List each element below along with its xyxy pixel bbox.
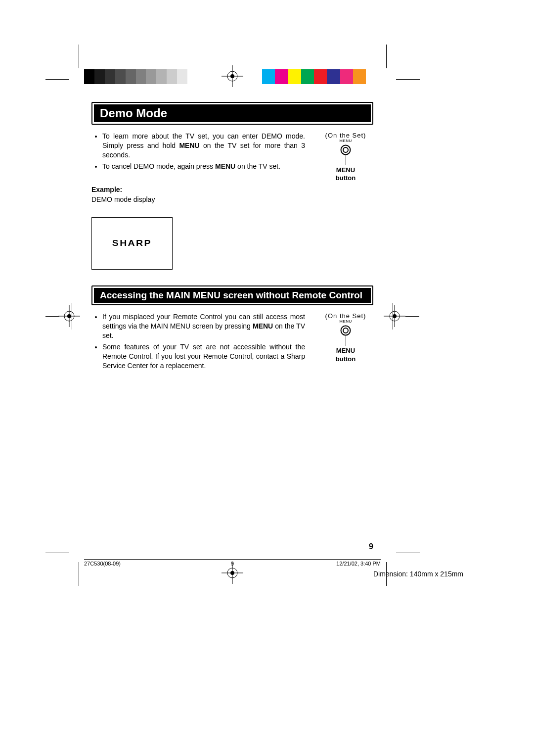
section-title: Accessing the MAIN MENU screen without R… [94,288,371,303]
bullet-item: Some features of your TV set are not acc… [102,342,305,371]
crop-mark [79,562,79,586]
registration-mark-icon [384,305,405,327]
menu-button-figure: (On the Set) MENU MENU button [318,312,373,377]
sharp-logo: SHARP [112,238,152,249]
swatch [288,69,301,84]
section-header-demo-mode: Demo Mode [91,102,373,125]
color-bar [262,69,366,84]
manual-page: Demo Mode To learn more about the TV set… [0,0,534,756]
caption-line: MENU [336,166,355,174]
menu-button-caption: MENU button [318,166,373,183]
registration-mark-icon [58,305,80,327]
swatch [126,69,136,84]
swatch [340,69,353,84]
on-the-set-label: (On the Set) [318,312,373,320]
section-body: To learn more about the TV set, you can … [91,132,373,270]
section-main-menu: Accessing the MAIN MENU screen without R… [91,285,373,377]
bullet-item: To learn more about the TV set, you can … [102,132,305,160]
example-label: Example: [91,185,305,194]
footer-timestamp: 12/21/02, 3:40 PM [336,561,381,567]
bullet-list: If you misplaced your Remote Control you… [91,312,305,370]
registration-mark-icon [222,65,243,87]
bullet-list: To learn more about the TV set, you can … [91,132,305,171]
swatch [314,69,327,84]
section-header-main-menu: Accessing the MAIN MENU screen without R… [91,285,373,305]
crop-mark [45,79,69,80]
swatch [156,69,167,84]
crop-mark [45,553,69,553]
caption-line: button [336,174,356,182]
bullet-item: If you misplaced your Remote Control you… [102,312,305,340]
swatch [167,69,177,84]
section-body: If you misplaced your Remote Control you… [91,312,373,377]
crop-mark [386,45,387,68]
swatch [177,69,187,84]
footer-page: 9 [231,561,234,567]
footer-metadata: 27C530(08-09) 9 12/21/02, 3:40 PM [84,559,381,567]
swatch [187,69,198,84]
swatch [301,69,314,84]
swatch [262,69,275,84]
swatch [353,69,366,84]
menu-button-icon [340,325,351,336]
page-number: 9 [369,542,373,551]
page-content: Demo Mode To learn more about the TV set… [91,102,373,378]
example-subtitle: DEMO mode display [91,195,305,204]
crop-mark [396,79,420,80]
swatch [327,69,340,84]
lead-line [346,155,346,165]
swatch [84,69,94,84]
menu-button-caption: MENU button [318,347,373,363]
crop-mark [79,45,79,68]
on-the-set-label: (On the Set) [318,132,373,139]
swatch [136,69,146,84]
svg-point-11 [393,314,397,318]
svg-point-19 [343,328,348,333]
menu-button-icon [340,144,351,155]
crop-mark [45,316,59,317]
bullet-item: To cancel DEMO mode, again press MENU on… [102,162,305,171]
demo-display-box: SHARP [91,217,173,270]
crop-mark [396,553,420,553]
caption-line: MENU [336,347,355,354]
caption-line: button [336,355,356,363]
crop-mark [405,316,419,317]
menu-tiny-label: MENU [318,319,373,324]
swatch [105,69,115,84]
lead-line [346,336,346,346]
menu-tiny-label: MENU [318,139,373,143]
footer-filename: 27C530(08-09) [84,561,121,567]
dimension-note: Dimension: 140mm x 215mm [373,570,463,578]
section-title: Demo Mode [94,104,371,122]
svg-point-7 [67,314,71,318]
svg-point-15 [230,571,234,575]
body-text: If you misplaced your Remote Control you… [91,312,305,377]
svg-point-3 [230,74,234,78]
swatch [146,69,156,84]
menu-button-figure: (On the Set) MENU MENU button [318,132,373,270]
svg-point-16 [341,145,351,155]
body-text: To learn more about the TV set, you can … [91,132,305,270]
svg-point-18 [341,326,351,335]
swatch [115,69,126,84]
svg-point-17 [343,147,348,152]
grayscale-bar [84,69,198,84]
swatch [94,69,105,84]
swatch [275,69,288,84]
